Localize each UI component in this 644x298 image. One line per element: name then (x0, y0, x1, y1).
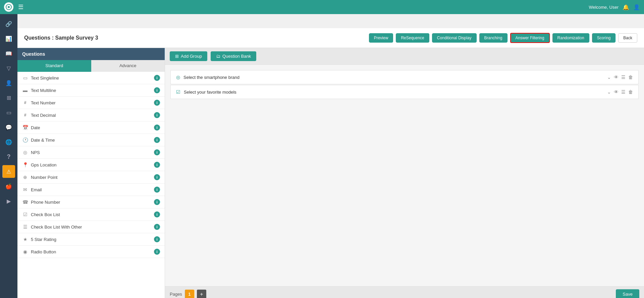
info-button[interactable]: i (154, 112, 160, 118)
sidebar-icon-filter[interactable]: ▽ (2, 62, 15, 74)
list-item-label: Date & Time (31, 138, 55, 143)
question-bank-button[interactable]: 🗂 Question Bank (211, 51, 256, 61)
list-item[interactable]: ☰ Check Box List With Other i (17, 221, 165, 233)
preview-button[interactable]: Preview (369, 33, 393, 43)
info-button[interactable]: i (154, 187, 160, 193)
sidebar-icon-tablet[interactable]: ▭ (2, 106, 15, 119)
delete-icon[interactable]: 🗑 (628, 74, 633, 80)
answer-filtering-button[interactable]: Answer Filtering (510, 33, 550, 43)
questions-list: ▭ Text Singleline i ▬ Text Multiline i # (17, 72, 165, 298)
info-button[interactable]: i (154, 125, 160, 131)
conditional-display-button[interactable]: Conditional Display (432, 33, 477, 43)
questions-panel: Questions Standard Advance ▭ Text Single… (17, 48, 165, 298)
sidebar-icon-chart[interactable]: 📊 (2, 32, 15, 45)
left-sidebar: 🔗 📊 📖 ▽ 👤 ⊞ ▭ 💬 🌐 ? ⚠ 🍎 ▶ (0, 14, 17, 298)
list-item[interactable]: ▬ Text Multiline i (17, 84, 165, 97)
questions-panel-header: Questions (17, 48, 165, 60)
question-text: Select the smartphone brand (183, 75, 239, 80)
list-icon[interactable]: ☰ (621, 89, 626, 95)
welcome-text: Welcome, User (589, 5, 619, 10)
list-icon[interactable]: ☰ (621, 74, 626, 80)
text-singleline-icon: ▭ (22, 75, 28, 81)
list-item[interactable]: ⊕ Number Point i (17, 171, 165, 184)
question-row: ☑ Select your favorite models ⌄ 👁 ☰ 🗑 (170, 85, 639, 99)
pages-label: Pages (170, 292, 182, 297)
hamburger-menu[interactable]: ☰ (18, 3, 23, 11)
list-item[interactable]: 📅 Date i (17, 121, 165, 134)
sidebar-icon-question[interactable]: ? (2, 150, 15, 163)
chevron-down-icon[interactable]: ⌄ (607, 89, 611, 95)
sidebar-icon-alert[interactable]: ⚠ (2, 165, 15, 178)
sidebar-icon-play[interactable]: ▶ (2, 195, 15, 207)
checkbox-icon: ☑ (176, 89, 180, 95)
pages-bar: Pages 1 + Save (165, 286, 644, 298)
question-row: ◎ Select the smartphone brand ⌄ 👁 ☰ 🗑 (170, 70, 639, 84)
delete-icon[interactable]: 🗑 (628, 89, 633, 95)
text-number-icon: # (22, 100, 28, 105)
resequence-button[interactable]: ReSequence (396, 33, 429, 43)
info-button[interactable]: i (154, 100, 160, 106)
info-button[interactable]: i (154, 75, 160, 81)
sidebar-icon-chat[interactable]: 💬 (2, 121, 15, 134)
scoring-button[interactable]: Scoring (592, 33, 616, 43)
list-item-label: Date (31, 125, 40, 130)
email-icon: ✉ (22, 187, 28, 192)
list-item[interactable]: 📍 Gps Location i (17, 159, 165, 171)
top-bar-right: Welcome, User 🔔 👤 (589, 4, 640, 10)
info-button[interactable]: i (154, 199, 160, 205)
add-page-button[interactable]: + (197, 290, 206, 298)
sidebar-icon-apple[interactable]: 🍎 (2, 180, 15, 193)
list-item-label: Text Decimal (31, 113, 56, 118)
tab-advance[interactable]: Advance (91, 60, 165, 72)
info-button[interactable]: i (154, 174, 160, 180)
tab-standard[interactable]: Standard (17, 60, 91, 72)
sidebar-icon-book[interactable]: 📖 (2, 47, 15, 60)
list-item[interactable]: # Text Decimal i (17, 109, 165, 121)
list-item[interactable]: ◎ NPS i (17, 146, 165, 159)
eye-icon[interactable]: 👁 (614, 89, 619, 95)
info-button[interactable]: i (154, 249, 160, 255)
star-rating-icon: ★ (22, 237, 28, 242)
sidebar-icon-user[interactable]: 👤 (2, 77, 15, 89)
eye-icon[interactable]: 👁 (614, 74, 619, 80)
user-profile-icon[interactable]: 👤 (633, 4, 640, 10)
info-button[interactable]: i (154, 224, 160, 230)
list-item-label: Text Singleline (31, 76, 59, 81)
logo (4, 2, 13, 12)
sidebar-icon-layers[interactable]: ⊞ (2, 91, 15, 104)
list-item[interactable]: ☎ Phone Number i (17, 196, 165, 208)
list-item[interactable]: ★ 5 Star Rating i (17, 233, 165, 246)
right-content: ⊞ Add Group 🗂 Question Bank ◎ Select the… (165, 48, 644, 298)
info-button[interactable]: i (154, 87, 160, 93)
list-item[interactable]: ☑ Check Box List i (17, 208, 165, 221)
list-item[interactable]: ✉ Email i (17, 184, 165, 196)
list-item[interactable]: # Text Number i (17, 97, 165, 109)
branching-button[interactable]: Branching (479, 33, 507, 43)
list-item[interactable]: ▭ Text Singleline i (17, 72, 165, 84)
header-buttons: Preview ReSequence Conditional Display B… (369, 33, 637, 43)
list-item[interactable]: ◉ Radio Button i (17, 246, 165, 258)
info-button[interactable]: i (154, 137, 160, 143)
checkbox-other-icon: ☰ (22, 224, 28, 230)
radio-icon: ◎ (176, 74, 180, 80)
notification-icon[interactable]: 🔔 (623, 4, 629, 10)
add-group-button[interactable]: ⊞ Add Group (170, 51, 207, 61)
sidebar-icon-globe[interactable]: 🌐 (2, 136, 15, 148)
save-button[interactable]: Save (616, 289, 639, 298)
body-row: Questions Standard Advance ▭ Text Single… (17, 48, 644, 298)
info-button[interactable]: i (154, 162, 160, 168)
info-button[interactable]: i (154, 236, 160, 242)
list-item[interactable]: 🕐 Date & Time i (17, 134, 165, 146)
info-button[interactable]: i (154, 149, 160, 155)
chevron-down-icon[interactable]: ⌄ (607, 74, 611, 80)
nps-icon: ◎ (22, 150, 28, 155)
sidebar-icon-link[interactable]: 🔗 (2, 17, 15, 30)
questions-tabs: Standard Advance (17, 60, 165, 72)
info-button[interactable]: i (154, 211, 160, 217)
phone-icon: ☎ (22, 199, 28, 205)
back-button[interactable]: Back (618, 33, 637, 43)
page-number-1[interactable]: 1 (185, 290, 194, 298)
randomization-button[interactable]: Randomization (552, 33, 589, 43)
list-item-label: NPS (31, 150, 40, 155)
page-title: Questions : Sample Survey 3 (24, 35, 98, 41)
